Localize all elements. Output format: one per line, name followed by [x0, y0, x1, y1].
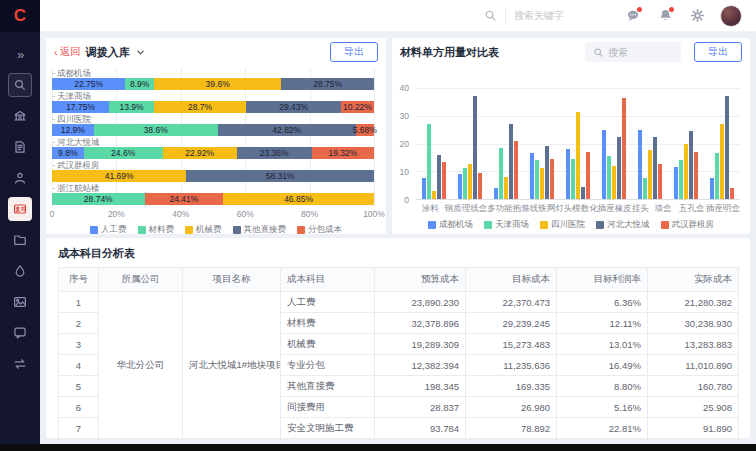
bar-segment[interactable]: 41.69%: [52, 170, 186, 182]
notifications-button[interactable]: [656, 7, 674, 25]
stacked-bar[interactable]: 9.8%24.6%22.92%23.36%19.32%: [52, 147, 374, 159]
bar-segment[interactable]: 22.75%: [52, 78, 125, 90]
bar-segment[interactable]: 46.85%: [223, 193, 374, 205]
legend-item[interactable]: 天津商场: [484, 219, 529, 231]
bar-segment[interactable]: 29.43%: [246, 101, 341, 113]
sidebar-item-messages[interactable]: [8, 321, 32, 345]
bar-segment[interactable]: 24.6%: [84, 147, 163, 159]
legend-item[interactable]: 其他直接费: [233, 224, 287, 236]
legend-item[interactable]: 人工费: [90, 224, 127, 236]
bar[interactable]: [535, 160, 539, 199]
bar[interactable]: [648, 150, 652, 199]
bar-segment[interactable]: 28.74%: [52, 193, 145, 205]
sidebar-item-cost-management[interactable]: [8, 197, 32, 221]
bar[interactable]: [730, 188, 734, 199]
bar-segment[interactable]: 5.68%: [356, 124, 374, 136]
bar[interactable]: [653, 137, 657, 199]
bar[interactable]: [473, 96, 477, 199]
bar[interactable]: [494, 188, 498, 199]
bar[interactable]: [463, 168, 467, 199]
legend-item[interactable]: 河北大悦城: [596, 219, 650, 231]
bar[interactable]: [689, 131, 693, 199]
bar[interactable]: [571, 159, 575, 199]
bar[interactable]: [576, 112, 580, 199]
bar[interactable]: [530, 153, 534, 199]
bar[interactable]: [612, 166, 616, 199]
sidebar-item-documents[interactable]: [8, 135, 32, 159]
bar[interactable]: [607, 156, 611, 199]
sidebar-item-organization[interactable]: [8, 104, 32, 128]
bar[interactable]: [684, 144, 688, 200]
bar-segment[interactable]: 13.9%: [109, 101, 154, 113]
bar-segment[interactable]: 10.22%: [341, 101, 374, 113]
sidebar-collapse-button[interactable]: »: [8, 42, 32, 66]
stacked-bar[interactable]: 17.75%13.9%28.7%29.43%10.22%: [52, 101, 374, 113]
bar[interactable]: [427, 124, 431, 199]
bar[interactable]: [504, 177, 508, 199]
legend-item[interactable]: 材料费: [138, 224, 175, 236]
bar[interactable]: [586, 152, 590, 199]
messages-button[interactable]: [624, 7, 642, 25]
stacked-bar[interactable]: 12.9%38.6%42.82%5.68%: [52, 124, 374, 136]
table-row[interactable]: 1华北分公司河北大悦城1#地块项目人工费23,890.23022,370.473…: [59, 292, 739, 313]
legend-item[interactable]: 成都机场: [428, 219, 473, 231]
bar[interactable]: [710, 178, 714, 199]
bar[interactable]: [437, 155, 441, 199]
sidebar-item-users[interactable]: [8, 166, 32, 190]
bar[interactable]: [509, 124, 513, 199]
sidebar-item-transfer[interactable]: [8, 352, 32, 376]
bar[interactable]: [638, 130, 642, 199]
bar[interactable]: [694, 152, 698, 199]
bar[interactable]: [432, 191, 436, 199]
bar-segment[interactable]: 23.36%: [237, 147, 312, 159]
bar-segment[interactable]: 39.6%: [154, 78, 282, 90]
bar-segment[interactable]: 19.32%: [312, 147, 374, 159]
bar[interactable]: [720, 124, 724, 199]
settings-button[interactable]: [688, 7, 706, 25]
bar[interactable]: [643, 178, 647, 199]
bar[interactable]: [478, 173, 482, 199]
bar-segment[interactable]: 58.31%: [186, 170, 374, 182]
bar[interactable]: [540, 168, 544, 199]
bar[interactable]: [622, 98, 626, 199]
stacked-bar[interactable]: 22.75%8.9%39.6%28.75%: [52, 78, 374, 90]
sidebar-item-search[interactable]: [8, 73, 32, 97]
bar[interactable]: [499, 148, 503, 199]
bar[interactable]: [617, 137, 621, 199]
bar[interactable]: [566, 149, 570, 199]
bar[interactable]: [458, 174, 462, 199]
stacked-bar[interactable]: 28.74%24.41%46.85%: [52, 193, 374, 205]
bar-segment[interactable]: 42.82%: [218, 124, 356, 136]
bar[interactable]: [602, 130, 606, 199]
bar-segment[interactable]: 24.41%: [145, 193, 224, 205]
bar[interactable]: [514, 141, 518, 199]
bar[interactable]: [674, 167, 678, 199]
chart-search[interactable]: [585, 42, 681, 62]
legend-item[interactable]: 分包成本: [297, 224, 342, 236]
bar-segment[interactable]: 28.75%: [281, 78, 374, 90]
bar-segment[interactable]: 9.8%: [52, 147, 84, 159]
export-button[interactable]: 导出: [694, 42, 742, 62]
legend-item[interactable]: 四川医院: [540, 219, 585, 231]
bar[interactable]: [581, 187, 585, 199]
bar[interactable]: [550, 159, 554, 199]
bar[interactable]: [658, 164, 662, 199]
sidebar-item-files[interactable]: [8, 228, 32, 252]
bar[interactable]: [422, 178, 426, 199]
bar-segment[interactable]: 8.9%: [125, 78, 154, 90]
bar-segment[interactable]: 12.9%: [52, 124, 94, 136]
title-dropdown[interactable]: [136, 48, 145, 57]
legend-item[interactable]: 机械费: [185, 224, 222, 236]
export-button[interactable]: 导出: [330, 42, 378, 62]
bar-segment[interactable]: 22.92%: [163, 147, 237, 159]
header-search-input[interactable]: [514, 10, 584, 21]
sidebar-item-reports[interactable]: [8, 290, 32, 314]
sidebar-item-resources[interactable]: [8, 259, 32, 283]
bar[interactable]: [545, 146, 549, 199]
header-search[interactable]: [484, 9, 584, 23]
stacked-bar[interactable]: 41.69%58.31%: [52, 170, 374, 182]
bar-segment[interactable]: 17.75%: [52, 101, 109, 113]
bar[interactable]: [715, 153, 719, 199]
bar[interactable]: [679, 160, 683, 199]
user-avatar[interactable]: [720, 5, 742, 27]
